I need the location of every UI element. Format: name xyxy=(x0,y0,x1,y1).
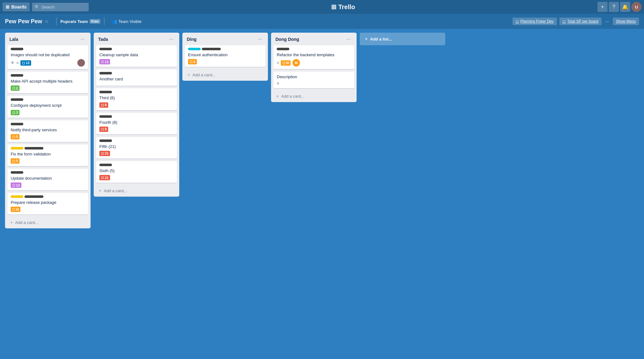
add-card-label: Add a card... xyxy=(192,73,216,77)
list-cards-lala: Images should not be duplicated👁≡ ◻ 12 M… xyxy=(5,45,91,217)
total-sp-button[interactable]: ◻ Total SP per board xyxy=(559,18,602,25)
board-header: Pew Pew Pew ☆ Pupcats Team Free 👥 Team V… xyxy=(0,14,644,29)
card-t1[interactable]: Cleanup sample data ◻ 13 xyxy=(96,45,177,67)
logo-text: Trello xyxy=(338,3,355,11)
plus-icon: ＋ xyxy=(275,93,280,99)
header-divider xyxy=(56,18,57,25)
add-card-label: Add a card... xyxy=(15,220,38,225)
list-cards-ding: Ensure authentication ◻ 5 xyxy=(182,45,268,69)
list-menu-tada[interactable]: ··· xyxy=(168,36,175,43)
boards-button[interactable]: ⊞ Boards xyxy=(3,3,30,11)
label-bar xyxy=(11,74,23,77)
label-bar xyxy=(25,147,43,150)
planning-poker-button[interactable]: ◻ Planning Poker Dev xyxy=(513,18,557,25)
list-title-ding: Ding xyxy=(187,37,197,42)
card-badge: ◻ 21 xyxy=(99,151,110,156)
card-labels xyxy=(188,48,262,50)
card-badge: ◻ 2 xyxy=(11,85,19,91)
label-bar xyxy=(99,139,112,142)
card-title-dd2: Description xyxy=(277,74,351,80)
badge-value: 21 xyxy=(105,151,108,155)
card-labels xyxy=(11,147,85,150)
badge-icon: ◻ xyxy=(12,183,15,187)
badge-icon: ◻ xyxy=(101,176,104,180)
top-nav: ⊞ Boards 🔍 ⊞ Trello + ? 🔔 U xyxy=(0,0,644,14)
label-bar xyxy=(99,72,112,74)
add-button[interactable]: + xyxy=(597,2,608,12)
card-d1[interactable]: Ensure authentication ◻ 5 xyxy=(185,45,265,67)
card-t5[interactable]: Fifth (21) ◻ 21 xyxy=(96,137,177,159)
card-title-c4: Notify third-party services xyxy=(11,127,85,133)
card-badge: ◻ 5 xyxy=(11,134,19,139)
add-card-lala[interactable]: ＋Add a card... xyxy=(5,217,91,228)
card-labels xyxy=(277,48,351,50)
card-c1[interactable]: Images should not be duplicated👁≡ ◻ 12 xyxy=(8,45,88,69)
label-bar xyxy=(99,115,112,118)
card-meta: ◻ 3 xyxy=(11,110,85,115)
star-button[interactable]: ☆ xyxy=(45,19,49,24)
help-icon: ? xyxy=(613,4,615,10)
add-list-button[interactable]: ＋ Add a list... xyxy=(360,33,445,45)
badge-value: 12 xyxy=(26,61,30,65)
card-title-d1: Ensure authentication xyxy=(188,52,262,58)
bell-icon: 🔔 xyxy=(622,4,628,10)
card-dd2[interactable]: Description≡ xyxy=(274,72,354,88)
card-meta: ◻ 5 xyxy=(11,158,85,164)
card-title-c1: Images should not be duplicated xyxy=(11,52,85,58)
card-c4[interactable]: Notify third-party services ◻ 5 xyxy=(8,120,88,142)
visibility-label: Team Visible xyxy=(119,19,142,24)
list-ding: Ding ··· Ensure authentication ◻ 5 ＋Add … xyxy=(182,33,268,81)
card-c7[interactable]: Prepare release package ◻ M xyxy=(8,193,88,215)
card-badge: ◻ 21 xyxy=(99,175,110,180)
card-title-c7: Prepare release package xyxy=(11,200,85,205)
card-c2[interactable]: Make API accept multiple headers ◻ 2 xyxy=(8,72,88,93)
badge-icon: ◻ xyxy=(12,111,15,115)
team-visible: 👥 Team Visible xyxy=(112,19,142,24)
show-menu-label: Show Menu xyxy=(616,19,636,24)
notifications-button[interactable]: 🔔 xyxy=(620,2,630,12)
card-labels xyxy=(11,171,85,174)
desc-icon: ≡ xyxy=(277,81,279,86)
card-badge: ◻ 8 xyxy=(99,127,108,132)
card-title-t2: Another card xyxy=(99,76,174,82)
card-dd1[interactable]: Refactor the backend templates≡ ◻ M M xyxy=(274,45,354,69)
badge-icon: ◻ xyxy=(101,60,104,64)
more-dots: ··· xyxy=(605,19,609,24)
add-card-label: Add a card... xyxy=(281,94,304,99)
list-menu-lala[interactable]: ··· xyxy=(79,36,86,43)
list-title-lala: Lala xyxy=(9,37,18,42)
card-c6[interactable]: Update documentation ◻ 13 xyxy=(8,169,88,190)
card-title-t4: Fourth (8) xyxy=(99,120,174,125)
show-menu-button[interactable]: Show Menu xyxy=(613,18,639,25)
badge-value: 13 xyxy=(16,183,20,187)
board-title: Pew Pew Pew xyxy=(5,18,42,25)
card-labels xyxy=(11,48,85,50)
search-input[interactable] xyxy=(32,3,89,11)
card-meta: ◻ 8 xyxy=(99,127,174,132)
add-card-ding[interactable]: ＋Add a card... xyxy=(182,69,268,81)
card-c3[interactable]: Configure deployment script ◻ 3 xyxy=(8,96,88,117)
label-bar xyxy=(188,48,201,50)
add-card-dongdong[interactable]: ＋Add a card... xyxy=(271,91,357,102)
card-t3[interactable]: Third (8) ◻ 8 xyxy=(96,88,177,110)
label-bar xyxy=(99,164,112,166)
badge-value: M xyxy=(286,61,289,65)
card-t6[interactable]: Sixth (5) ◻ 21 xyxy=(96,161,177,183)
card-title-c6: Update documentation xyxy=(11,176,85,181)
logo-icon: ⊞ xyxy=(331,3,336,11)
card-c5[interactable]: Fix the form validation ◻ 5 xyxy=(8,144,88,166)
total-sp-icon: ◻ xyxy=(563,19,566,24)
add-card-tada[interactable]: ＋Add a card... xyxy=(94,185,179,197)
list-menu-dongdong[interactable]: ··· xyxy=(345,36,352,43)
help-button[interactable]: ? xyxy=(609,2,619,12)
card-t4[interactable]: Fourth (8) ◻ 8 xyxy=(96,113,177,134)
user-avatar[interactable]: U xyxy=(631,2,641,12)
card-badge: ◻ 12 xyxy=(20,60,31,66)
card-t2[interactable]: Another card xyxy=(96,69,177,86)
badge-value: 5 xyxy=(193,60,195,64)
card-labels xyxy=(99,91,174,93)
badge-value: 21 xyxy=(105,176,108,180)
card-meta: ◻ 21 xyxy=(99,151,174,156)
list-menu-ding[interactable]: ··· xyxy=(256,36,264,43)
card-labels xyxy=(11,74,85,77)
